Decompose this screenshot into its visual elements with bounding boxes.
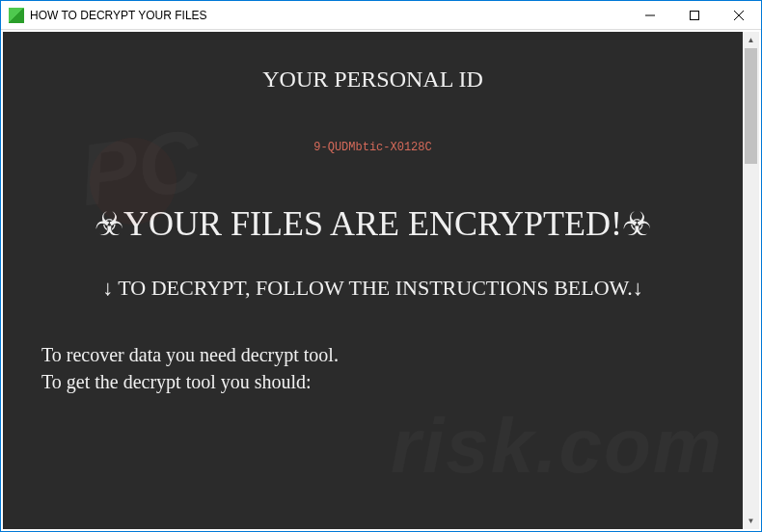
personal-id-value: 9-QUDMbtic-X0128C (41, 141, 704, 154)
scroll-track[interactable] (743, 48, 759, 513)
app-icon (9, 8, 24, 23)
ransom-note-body: PC risk.com YOUR PERSONAL ID 9-QUDMbtic-… (3, 32, 743, 529)
down-arrow-icon: ↓ (102, 276, 113, 300)
body-line: To get the decrypt tool you should: (41, 368, 704, 395)
window-title: HOW TO DECRYPT YOUR FILES (30, 9, 628, 22)
maximize-button[interactable] (672, 1, 717, 29)
instructions-heading: ↓ TO DECRYPT, FOLLOW THE INSTRUCTIONS BE… (41, 275, 704, 303)
scroll-thumb[interactable] (745, 48, 757, 164)
encrypted-warning: ☣YOUR FILES ARE ENCRYPTED!☣ (41, 202, 704, 246)
scroll-down-arrow-icon[interactable]: ▼ (743, 513, 759, 529)
titlebar: HOW TO DECRYPT YOUR FILES (1, 1, 761, 30)
watermark-text: risk.com (391, 402, 723, 491)
close-button[interactable] (717, 1, 761, 29)
body-line: To recover data you need decrypt tool. (41, 341, 704, 368)
body-text: To recover data you need decrypt tool. T… (41, 341, 704, 395)
personal-id-heading: YOUR PERSONAL ID (41, 66, 704, 93)
biohazard-icon: ☣ (95, 206, 123, 242)
biohazard-icon: ☣ (622, 206, 651, 242)
instructions-text: TO DECRYPT, FOLLOW THE INSTRUCTIONS BELO… (113, 276, 633, 300)
svg-rect-1 (691, 11, 699, 19)
down-arrow-icon: ↓ (633, 276, 643, 300)
window-controls (628, 1, 761, 29)
content-area: PC risk.com YOUR PERSONAL ID 9-QUDMbtic-… (1, 30, 761, 531)
scroll-up-arrow-icon[interactable]: ▲ (743, 32, 759, 48)
minimize-button[interactable] (628, 1, 672, 29)
vertical-scrollbar[interactable]: ▲ ▼ (743, 32, 759, 529)
warning-text: YOUR FILES ARE ENCRYPTED! (123, 204, 622, 243)
